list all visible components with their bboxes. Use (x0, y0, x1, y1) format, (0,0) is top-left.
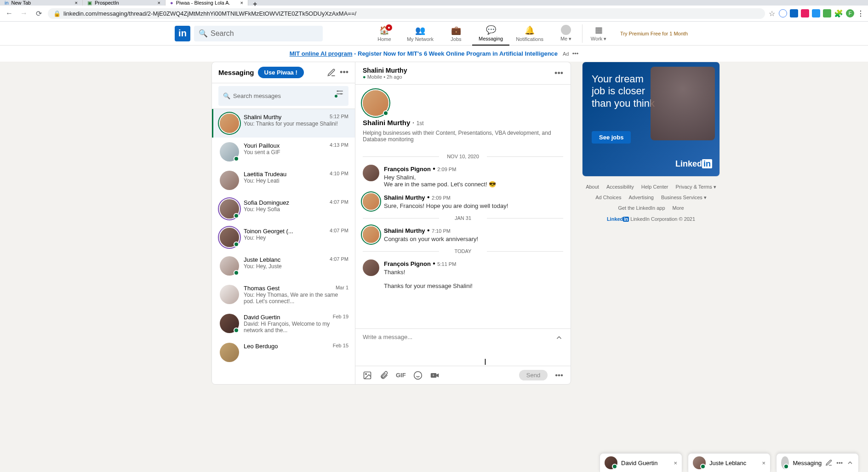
sender-avatar[interactable] (363, 259, 379, 276)
extensions-menu-icon[interactable]: 🧩 (834, 9, 843, 18)
close-icon[interactable]: × (674, 460, 677, 466)
online-status: Mobile (367, 74, 382, 80)
profile-avatar-icon[interactable]: F (846, 9, 854, 17)
nav-work[interactable]: ▦ Work ▾ (582, 22, 615, 46)
conversation-item[interactable]: Juste Leblanc4:07 PM You: Hey, Juste (212, 252, 355, 280)
compose-icon[interactable] (825, 459, 833, 466)
close-icon[interactable]: × (158, 0, 160, 6)
url-input[interactable]: 🔒 linkedin.com/messaging/thread/2-MjE0ZW… (48, 8, 765, 19)
compose-area[interactable]: I (355, 328, 571, 366)
footer-link[interactable]: Advertising (628, 195, 653, 201)
more-icon[interactable]: ••• (555, 371, 563, 380)
sender-name[interactable]: François Pignon (384, 166, 431, 173)
sender-name[interactable]: Shalini Murthy (384, 227, 425, 234)
more-icon[interactable]: ••• (340, 68, 348, 77)
compose-icon[interactable] (327, 68, 336, 77)
nav-jobs[interactable]: 💼 Jobs (440, 22, 472, 46)
avatar (220, 171, 239, 190)
extension-icon[interactable] (790, 9, 798, 17)
footer-link[interactable]: Privacy & Terms ▾ (676, 184, 716, 190)
more-icon[interactable]: ••• (572, 50, 579, 57)
ad-banner-link[interactable]: MIT online AI program - Register Now for… (290, 50, 558, 57)
sidebar-ad[interactable]: Your dream job is closer than you think … (582, 62, 720, 177)
sender-name[interactable]: Shalini Murthy (384, 194, 425, 201)
conversation-item[interactable]: Toinon Georget (...4:07 PM You: Hey (212, 223, 355, 252)
profile-name[interactable]: Shalini Murthy (363, 119, 410, 127)
search-messages-input[interactable]: 🔍 Search messages (218, 86, 348, 106)
sender-name[interactable]: François Pignon (384, 260, 431, 267)
nav-notifications[interactable]: 🔔 Notifications (509, 22, 550, 46)
ad-cta-button[interactable]: See jobs (592, 131, 631, 144)
conversation-item[interactable]: Shalini Murthy5:12 PM You: Thanks for yo… (212, 109, 355, 138)
message-text: Congrats on your work anniversary! (384, 236, 563, 242)
send-button[interactable]: Send (519, 370, 548, 380)
nav-me[interactable]: Me ▾ (550, 22, 582, 46)
more-icon[interactable]: ••• (554, 69, 563, 78)
sender-avatar[interactable] (363, 165, 379, 181)
messaging-tab[interactable]: Messaging ••• (776, 453, 859, 472)
profile-avatar[interactable] (363, 90, 388, 116)
emoji-icon[interactable] (413, 371, 423, 380)
avatar-icon (561, 25, 571, 35)
sender-avatar[interactable] (363, 193, 379, 210)
conversation-item[interactable]: David GuertinFeb 19 David: Hi François, … (212, 309, 355, 338)
attachment-icon[interactable] (379, 371, 388, 380)
conversation-item[interactable]: Thomas GestMar 1 You: Hey Thomas, We are… (212, 280, 355, 309)
conversation-time: 4:07 PM (330, 228, 348, 235)
conversation-list[interactable]: Shalini Murthy5:12 PM You: Thanks for yo… (212, 109, 355, 384)
nav-home[interactable]: 🏠● Home (368, 22, 400, 46)
extension-icon[interactable] (801, 9, 809, 17)
browser-tab[interactable]: inNew Tab× (0, 0, 83, 6)
footer-link[interactable]: Business Services ▾ (661, 195, 707, 201)
conversation-name: Laetitia Trudeau (244, 171, 286, 178)
star-icon[interactable]: ☆ (769, 9, 775, 18)
back-button[interactable]: ← (4, 8, 15, 19)
nav-messaging[interactable]: 💬 Messaging (472, 22, 509, 46)
extension-icon[interactable] (812, 9, 820, 17)
use-piwaa-button[interactable]: Use Piwaa ! (258, 67, 304, 78)
filter-icon[interactable] (336, 88, 344, 104)
conversation-item[interactable]: Sofia Dominguez4:07 PM You: Hey Sofia (212, 195, 355, 223)
extension-icon[interactable] (779, 9, 787, 17)
premium-link[interactable]: Try Premium Free for 1 Month (615, 22, 693, 46)
image-icon[interactable] (363, 371, 372, 380)
reload-button[interactable]: ⟳ (33, 8, 44, 19)
extension-icon[interactable] (823, 9, 831, 17)
avatar-icon (781, 456, 789, 469)
footer-link[interactable]: Get the LinkedIn app (618, 205, 665, 211)
conversation-item[interactable]: Youri Pailloux4:13 PM You sent a GIF (212, 138, 355, 166)
message-thread[interactable]: Shalini Murthy · 1st Helping businesses … (355, 85, 571, 328)
browser-menu-icon[interactable]: ⋮ (857, 9, 864, 18)
footer-link[interactable]: About (586, 184, 599, 190)
ad-banner[interactable]: MIT online AI program - Register Now for… (0, 46, 868, 62)
expand-icon[interactable] (555, 334, 563, 342)
more-icon[interactable]: ••• (836, 460, 843, 466)
close-icon[interactable]: × (762, 460, 765, 466)
avatar (220, 114, 239, 133)
close-icon[interactable]: × (240, 0, 243, 6)
footer-link[interactable]: Help Center (641, 184, 668, 190)
footer-link[interactable]: More (673, 205, 684, 211)
browser-tab[interactable]: ●Piwaa - Blessing Lola A.× (166, 0, 248, 6)
gif-button[interactable]: GIF (396, 372, 406, 379)
sender-avatar[interactable] (363, 226, 379, 243)
footer-link[interactable]: Ad Choices (595, 195, 621, 201)
conversation-item[interactable]: Laetitia Trudeau4:10 PM You: Hey Leati (212, 166, 355, 195)
nav-network[interactable]: 👥 My Network (400, 22, 440, 46)
new-tab-button[interactable]: + (248, 0, 262, 6)
chat-tab[interactable]: Juste Leblanc × (688, 453, 771, 472)
chevron-up-icon[interactable] (846, 459, 854, 466)
forward-button[interactable]: → (18, 8, 29, 19)
video-icon[interactable]: + (430, 371, 440, 380)
conversation-header-name[interactable]: Shalini Murthy (363, 67, 407, 74)
close-icon[interactable]: × (75, 0, 78, 6)
conversation-item[interactable]: Leo BerdugoFeb 15 (212, 338, 355, 367)
footer-link[interactable]: Accessibility (606, 184, 634, 190)
linkedin-logo[interactable]: in (175, 26, 190, 41)
search-input[interactable]: 🔍 Search (194, 26, 323, 41)
browser-tab[interactable]: ▣ProspectIn× (83, 0, 166, 6)
svg-rect-3 (337, 93, 343, 94)
chat-tab[interactable]: David Guertin × (600, 453, 682, 472)
compose-input[interactable] (363, 334, 555, 361)
avatar-icon (693, 456, 706, 469)
